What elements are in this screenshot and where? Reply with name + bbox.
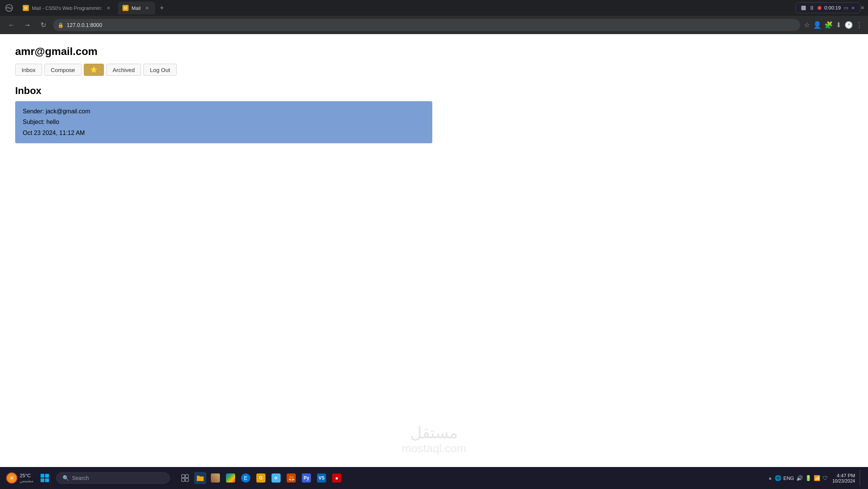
- tray-shield-icon: 🛡: [822, 475, 828, 481]
- tab-close-2[interactable]: ×: [144, 5, 151, 11]
- search-icon: 🔍: [63, 475, 69, 481]
- recording-time: 0:00:19: [824, 5, 841, 11]
- clock[interactable]: 4:47 PM 10/23/2024: [832, 473, 855, 484]
- email-subject: Subject: hello: [23, 118, 425, 126]
- watermark-latin: mostaql.com: [402, 442, 466, 455]
- tray-up-arrow[interactable]: ▲: [768, 475, 772, 481]
- extensions-icon[interactable]: 🧩: [824, 21, 833, 29]
- svg-rect-4: [182, 478, 185, 481]
- start-button[interactable]: [38, 471, 52, 485]
- logout-button[interactable]: Log Out: [143, 64, 176, 76]
- tab-mail-cs50[interactable]: M Mail - CS50's Web Programmin: ×: [18, 2, 116, 14]
- compose-button[interactable]: Compose: [44, 64, 82, 76]
- stop-button[interactable]: [801, 6, 806, 10]
- explorer-icon[interactable]: [194, 472, 206, 484]
- tab-mail[interactable]: M Mail ×: [118, 2, 155, 14]
- star-button[interactable]: ⭐: [84, 64, 104, 76]
- profile-icon[interactable]: 👤: [813, 21, 821, 29]
- taskbar-app-2[interactable]: [224, 472, 237, 484]
- weather-temp: 25°C: [20, 473, 33, 478]
- tab-close-1[interactable]: ×: [105, 5, 112, 11]
- tab-bar: M Mail - CS50's Web Programmin: × M Mail…: [0, 0, 868, 16]
- bookmark-icon[interactable]: ☆: [804, 21, 810, 29]
- date-text: 10/23/2024: [832, 478, 855, 484]
- toolbar-right: ☆ 👤 🧩 ⬇ 🕐 ⋮: [804, 21, 863, 29]
- taskbar-app-9[interactable]: ●: [331, 472, 343, 484]
- weather-desc: مشمس: [20, 478, 33, 483]
- tray-icons: ▲ 🌐 ENG 🔊 🔋 📶 🛡: [768, 475, 828, 481]
- svg-rect-3: [185, 475, 188, 478]
- taskbar-app-8[interactable]: VS: [315, 472, 328, 484]
- tray-wifi-icon: 📶: [814, 475, 820, 481]
- inbox-button[interactable]: Inbox: [15, 64, 42, 76]
- tray-keyboard-icon: ENG: [783, 475, 794, 481]
- taskbar-search[interactable]: 🔍 Search: [56, 472, 170, 484]
- task-view-icon[interactable]: [179, 472, 191, 484]
- show-desktop-btn[interactable]: [860, 470, 862, 486]
- weather-widget: ☀ 25°C مشمس: [6, 472, 33, 484]
- windows-icon: [41, 474, 49, 482]
- tab-favicon-2: M: [122, 5, 129, 11]
- tray-battery-icon: 🔋: [805, 475, 811, 481]
- taskbar: ☀ 25°C مشمس 🔍 Search: [0, 467, 868, 489]
- url-text: 127.0.0.1:8000: [67, 22, 102, 28]
- back-button[interactable]: ←: [5, 19, 17, 31]
- refresh-button[interactable]: ↻: [37, 19, 49, 31]
- new-tab-button[interactable]: +: [157, 3, 167, 13]
- search-label: Search: [72, 475, 89, 481]
- settings-icon[interactable]: ⋮: [856, 21, 863, 29]
- email-list: Sender: jack@gmail.com Subject: hello Oc…: [15, 101, 853, 143]
- webpage-content: amr@gmail.com Inbox Compose ⭐ Archived L…: [0, 34, 868, 467]
- taskbar-app-7[interactable]: Py: [300, 472, 312, 484]
- taskbar-pinned-apps: E G ✈ 🦊 Py VS ●: [179, 472, 343, 484]
- tray-volume-icon[interactable]: 🔊: [796, 475, 803, 481]
- address-bar[interactable]: 🔒 127.0.0.1:8000: [53, 19, 800, 31]
- taskbar-app-4[interactable]: G: [255, 472, 267, 484]
- email-row[interactable]: Sender: jack@gmail.com Subject: hello Oc…: [15, 101, 432, 143]
- recording-close-icon[interactable]: ×: [851, 5, 855, 11]
- watermark-arabic: مستقل: [402, 423, 466, 442]
- close-icon[interactable]: ×: [861, 5, 864, 11]
- taskbar-app-1[interactable]: [209, 472, 221, 484]
- watermark: مستقل mostaql.com: [402, 423, 466, 455]
- tab-title-1: Mail - CS50's Web Programmin:: [32, 5, 102, 11]
- weather-info: 25°C مشمس: [20, 473, 33, 483]
- svg-rect-2: [182, 475, 185, 478]
- security-icon: 🔒: [58, 22, 64, 28]
- nav-buttons: Inbox Compose ⭐ Archived Log Out: [15, 64, 853, 76]
- weather-icon: ☀: [6, 472, 17, 484]
- email-date: Oct 23 2024, 11:12 AM: [23, 129, 425, 137]
- time-text: 4:47 PM: [832, 473, 855, 478]
- taskbar-app-5[interactable]: ✈: [270, 472, 282, 484]
- tab-favicon-1: M: [23, 5, 29, 11]
- archived-button[interactable]: Archived: [106, 64, 141, 76]
- tab-title-2: Mail: [132, 5, 141, 11]
- pause-icon[interactable]: ⏸: [809, 5, 815, 11]
- svg-rect-5: [185, 478, 188, 481]
- section-title: Inbox: [15, 85, 853, 97]
- email-sender: Sender: jack@gmail.com: [23, 107, 425, 116]
- taskbar-app-3[interactable]: E: [240, 472, 252, 484]
- system-tray: ▲ 🌐 ENG 🔊 🔋 📶 🛡 4:47 PM 10/23/2024: [768, 470, 862, 486]
- user-email: amr@gmail.com: [15, 45, 853, 58]
- browser-icon: [4, 3, 14, 13]
- address-toolbar: ← → ↻ 🔒 127.0.0.1:8000 ☆ 👤 🧩 ⬇ 🕐 ⋮: [0, 16, 868, 34]
- tray-network-icon: 🌐: [775, 475, 781, 481]
- recording-bar: ⏸ 0:00:19 ▭ ×: [796, 2, 860, 13]
- recording-screen-icon: ▭: [844, 5, 848, 11]
- taskbar-app-6[interactable]: 🦊: [285, 472, 297, 484]
- history-icon[interactable]: 🕐: [844, 21, 853, 29]
- download-icon[interactable]: ⬇: [836, 21, 841, 29]
- recording-indicator: [818, 6, 821, 10]
- forward-button[interactable]: →: [21, 19, 33, 31]
